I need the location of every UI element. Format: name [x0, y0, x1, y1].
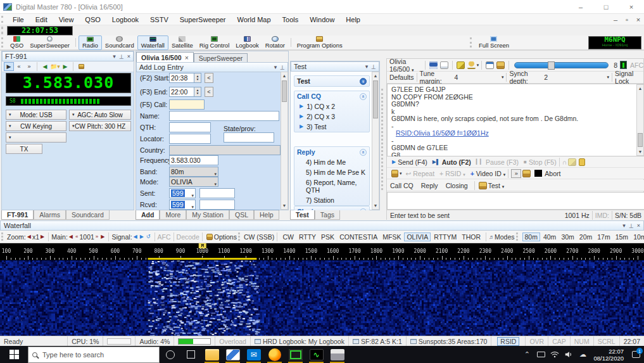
freq-up-icon[interactable]: ▶ [101, 234, 104, 239]
empty-dropdown-button[interactable]: ▾ [6, 132, 66, 143]
chevron-down-icon[interactable]: ▾ [607, 75, 610, 80]
rcvd-select[interactable]: 599▾ [169, 200, 196, 210]
name-input[interactable] [169, 111, 279, 121]
mode-mfsk[interactable]: MFSK [381, 233, 403, 241]
tune-margin-value[interactable]: 4 [454, 73, 502, 81]
tab-my-station[interactable]: My Station [186, 210, 229, 220]
headphones-icon[interactable]: ∩ [562, 158, 567, 166]
reply-button[interactable]: Reply [421, 182, 438, 189]
hidden-icons-button[interactable]: ⌃ [520, 350, 534, 359]
close-icon[interactable]: × [185, 54, 189, 61]
receive-text-area[interactable]: G7LEE DE G4JJP NO COPY FROM 2EØGHE G8DMN… [387, 84, 644, 156]
prev-favourite-icon[interactable]: ◀ [40, 62, 50, 71]
pin-icon[interactable]: ⊤ [629, 222, 634, 229]
locator-input[interactable] [169, 134, 211, 144]
tab-test[interactable]: Test [290, 210, 315, 220]
tab-qsl[interactable]: QSL [229, 210, 254, 220]
slider-thumb[interactable] [548, 61, 555, 70]
chevron-down-icon[interactable]: ▾ [622, 222, 626, 229]
mode-psk[interactable]: PSK [319, 233, 336, 241]
end-time-prev-button[interactable]: < [205, 87, 213, 97]
menu-help[interactable]: Help [340, 16, 366, 23]
start-time-spinner[interactable]: ▲▼ [194, 73, 201, 83]
band-17m[interactable]: 17m [595, 233, 612, 241]
tab-help[interactable]: Help [254, 210, 279, 220]
collapse-icon[interactable]: « [360, 149, 367, 156]
mode-dropdown-button[interactable]: ▾Mode: USB [6, 110, 66, 120]
volume-icon[interactable] [562, 351, 576, 358]
mode-contestia[interactable]: CONTESTIA [338, 233, 379, 241]
scheme-button[interactable]: CW (SSB) [244, 233, 274, 241]
supersweeper-button[interactable]: SuperSweeper [27, 35, 73, 50]
menu-view[interactable]: View [53, 16, 80, 23]
rsid-button[interactable]: + RSID ▾ [439, 170, 465, 177]
mode-select[interactable]: OLIVIA▾ [169, 177, 218, 187]
rotator-button[interactable]: Rotator [262, 35, 288, 50]
scrollbar-thumb[interactable] [638, 133, 643, 147]
band-30m[interactable]: 30m [559, 233, 576, 241]
menu-worldmap[interactable]: World Map [232, 16, 277, 23]
sent-extra-input[interactable] [199, 188, 235, 198]
repeat-button[interactable]: ↩ Repeat [406, 170, 435, 177]
step-forward-icon[interactable]: » [24, 62, 34, 71]
band-80m[interactable]: 80m [522, 232, 540, 241]
scroll-down-icon[interactable]: ▼ [372, 202, 379, 209]
call-input[interactable] [169, 99, 205, 110]
synch-depth-value[interactable]: 2 [544, 73, 607, 81]
menu-supersweeper[interactable]: SuperSweeper [174, 16, 232, 23]
firefox-button[interactable] [264, 346, 285, 363]
macro-item[interactable]: 6) Report, Name, QTH [294, 177, 369, 195]
tray-clock[interactable]: 22:07 08/12/2020 [590, 348, 628, 362]
freq-down-fast-icon[interactable]: « [75, 234, 78, 239]
keyboard-icon[interactable] [534, 352, 548, 357]
signal-next-icon[interactable]: ▶ [140, 234, 144, 239]
band-40m[interactable]: 40m [541, 233, 558, 241]
pin-icon[interactable]: ⊤ [119, 53, 124, 60]
mdi-restore-button[interactable]: ▫ [621, 16, 633, 23]
new-window-icon[interactable] [486, 61, 494, 69]
collapse-all-icon[interactable]: « [360, 78, 367, 85]
macro-item[interactable]: ▶3) Test [294, 122, 369, 132]
tx-button[interactable]: TX [6, 144, 42, 154]
alarm-bell-icon[interactable] [467, 61, 476, 69]
wf-afc-toggle[interactable]: AFC [158, 233, 171, 241]
signal-refresh-icon[interactable]: ↺ [146, 234, 151, 239]
scrollbar-thumb[interactable] [373, 80, 378, 118]
end-time-input[interactable]: 22:00 [169, 87, 194, 97]
rx-scrollbar[interactable]: ▲ ▼ [636, 84, 644, 156]
main-frequency-value[interactable]: 1001 [79, 233, 94, 241]
tab-more[interactable]: More [160, 210, 186, 220]
pin-icon[interactable]: ⊤ [280, 64, 285, 70]
mode-thor[interactable]: THOR [460, 233, 483, 241]
call-cq-button[interactable]: Call CQ [390, 182, 414, 189]
connect-button[interactable]: ▶ [4, 62, 14, 71]
macro-item[interactable]: 4) Him de Me [294, 157, 369, 167]
printer-app-button[interactable] [327, 346, 348, 363]
mdi-minimize-button[interactable]: – [610, 16, 621, 23]
end-time-spinner[interactable]: ▲▼ [194, 87, 201, 97]
chevron-down-icon[interactable]: ▾ [274, 64, 277, 70]
scroll-down-icon[interactable]: ▼ [281, 202, 287, 209]
chevron-down-icon[interactable]: ▾ [113, 53, 116, 60]
rcvd-extra-input[interactable] [199, 200, 235, 210]
hrd-button[interactable] [285, 346, 306, 363]
defaults-button[interactable]: Defaults [389, 73, 414, 81]
start-time-input[interactable]: 20:38 [169, 73, 194, 83]
menu-logbook[interactable]: Logbook [106, 16, 144, 23]
band-select[interactable]: 80m▾ [169, 167, 218, 177]
cw-pitch-dropdown-button[interactable]: ▾CW Pitch: 300 HZ [69, 121, 131, 131]
menu-window[interactable]: Window [304, 16, 340, 23]
satellite-button[interactable]: Satellite [168, 35, 196, 50]
cw-keying-dropdown-button[interactable]: ▾CW Keying [6, 121, 66, 131]
qso-button[interactable]: QSO [7, 35, 27, 50]
program-options-button[interactable]: Program Options [294, 35, 346, 50]
gear-icon[interactable] [391, 170, 398, 177]
mdi-close-button[interactable]: × [633, 16, 644, 23]
close-icon[interactable]: × [127, 53, 130, 60]
dm780-button[interactable] [222, 346, 243, 363]
tab-ft991[interactable]: FT-991 [1, 210, 34, 220]
band-10m[interactable]: 10m [631, 233, 644, 241]
zoom-out-icon[interactable]: ◀ [27, 234, 31, 239]
tab-olivia[interactable]: Olivia 16/500× [136, 52, 194, 62]
scroll-down-icon[interactable]: ▼ [637, 148, 643, 155]
